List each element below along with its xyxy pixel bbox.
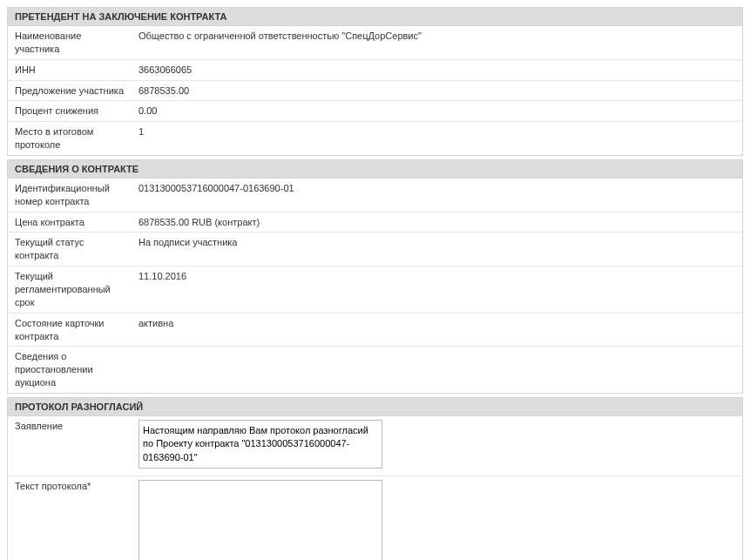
value-deadline: 11.10.2016	[132, 269, 742, 284]
label-contract-id: Идентификационный номер контракта	[8, 181, 132, 209]
value-name: Общество с ограниченной ответственностью…	[132, 29, 742, 44]
statement-textarea[interactable]	[139, 420, 382, 469]
label-protocol-text: Текст протокола*	[8, 479, 132, 494]
value-suspend	[132, 349, 742, 351]
label-status: Текущий статус контракта	[8, 235, 132, 263]
label-deadline: Текущий регламентированный срок	[8, 269, 132, 310]
value-discount: 0.00	[132, 104, 742, 118]
label-discount: Процент снижения	[8, 104, 132, 118]
cell-protocol-text	[132, 479, 742, 560]
row-price: Цена контракта 6878535.00 RUB (контракт)	[8, 213, 742, 233]
value-card: активна	[132, 316, 742, 331]
row-suspend: Сведения о приостановлении аукциона	[8, 347, 742, 393]
row-name: Наименование участника Общество с ограни…	[8, 26, 742, 60]
row-deadline: Текущий регламентированный срок 11.10.20…	[8, 267, 742, 314]
row-discount: Процент снижения 0.00	[8, 101, 742, 122]
pretender-header: ПРЕТЕНДЕНТ НА ЗАКЛЮЧЕНИЕ КОНТРАКТА	[8, 8, 742, 26]
label-price: Цена контракта	[8, 215, 132, 230]
protocol-header: ПРОТОКОЛ РАЗНОГЛАСИЙ	[8, 398, 742, 416]
row-status: Текущий статус контракта На подписи учас…	[8, 233, 742, 267]
contract-header: СВЕДЕНИЯ О КОНТРАКТЕ	[8, 160, 742, 179]
row-offer: Предложение участника 6878535.00	[8, 81, 742, 102]
value-place: 1	[132, 125, 742, 139]
label-place: Место в итоговом протоколе	[8, 125, 132, 152]
value-offer: 6878535.00	[132, 84, 742, 98]
pretender-panel: ПРЕТЕНДЕНТ НА ЗАКЛЮЧЕНИЕ КОНТРАКТА Наиме…	[7, 7, 743, 156]
protocol-panel: ПРОТОКОЛ РАЗНОГЛАСИЙ Заявление Текст про…	[7, 397, 743, 560]
row-card: Состояние карточки контракта активна	[8, 314, 742, 347]
row-inn: ИНН 3663066065	[8, 60, 742, 81]
value-status: На подписи участника	[132, 235, 742, 250]
value-contract-id: 0131300053716000047-0163690-01	[132, 181, 742, 196]
value-inn: 3663066065	[132, 63, 742, 78]
label-suspend: Сведения о приостановлении аукциона	[8, 349, 132, 390]
row-contract-id: Идентификационный номер контракта 013130…	[8, 179, 742, 213]
value-price: 6878535.00 RUB (контракт)	[132, 215, 742, 230]
cell-statement	[132, 419, 742, 473]
row-place: Место в итоговом протоколе 1	[8, 122, 742, 155]
required-asterisk: *	[87, 481, 91, 491]
label-statement: Заявление	[8, 419, 132, 434]
protocol-text-textarea[interactable]	[139, 480, 382, 560]
label-inn: ИНН	[8, 63, 132, 78]
contract-panel: СВЕДЕНИЯ О КОНТРАКТЕ Идентификационный н…	[7, 159, 743, 394]
label-protocol-text-txt: Текст протокола	[15, 481, 87, 491]
row-protocol-text: Текст протокола*	[8, 476, 742, 560]
label-card: Состояние карточки контракта	[8, 316, 132, 344]
label-offer: Предложение участника	[8, 84, 132, 98]
row-statement: Заявление	[8, 416, 742, 476]
label-name: Наименование участника	[8, 29, 132, 57]
